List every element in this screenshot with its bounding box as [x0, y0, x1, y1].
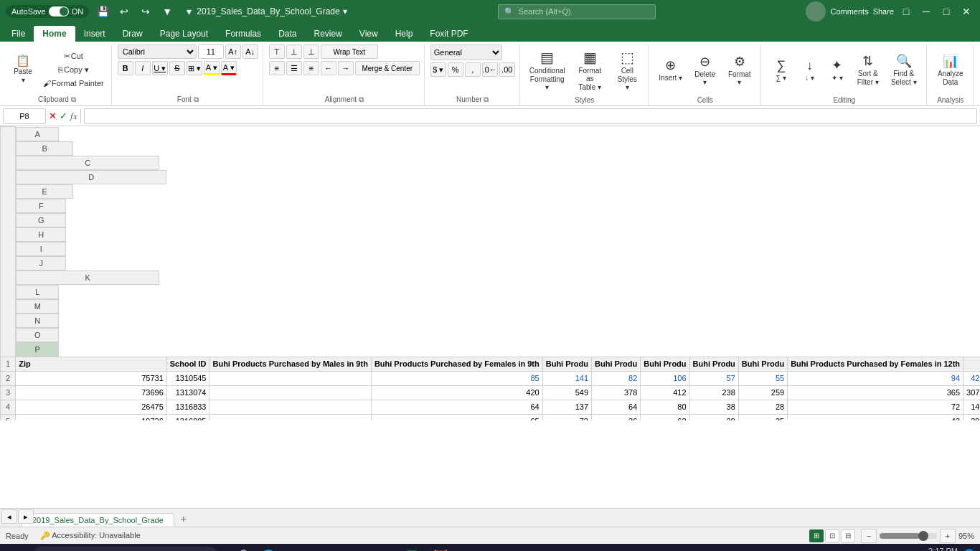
delete-cells-button[interactable]: ⊖ Delete ▾: [689, 51, 722, 89]
font-size-decrease-button[interactable]: A↓: [242, 44, 258, 59]
col-header-k[interactable]: K: [16, 270, 159, 285]
clear-button[interactable]: ✦ ✦ ▾: [824, 55, 850, 85]
sheet-scroll-left-button[interactable]: ◂: [1, 509, 17, 524]
taskbar-store-icon[interactable]: 🛍: [284, 544, 310, 551]
sheet-tab-active[interactable]: 2019_Sales_Data_By_School_Grade: [22, 513, 174, 527]
cell-g2[interactable]: 106: [641, 371, 689, 385]
col-header-g[interactable]: G: [16, 213, 66, 227]
cell-d1[interactable]: Buhi Products Purchased by Females in 9t…: [371, 357, 542, 371]
cell-e4[interactable]: 137: [542, 400, 591, 414]
font-dialog-button[interactable]: ⧉: [194, 95, 199, 103]
cell-i5[interactable]: 35: [738, 414, 787, 420]
page-break-view-button[interactable]: ⊟: [841, 529, 855, 542]
undo-button[interactable]: ↩: [116, 4, 132, 19]
border-button[interactable]: ⊞ ▾: [187, 61, 202, 75]
cell-c2[interactable]: [209, 371, 371, 385]
cell-k2[interactable]: 42: [963, 371, 980, 385]
number-format-select[interactable]: General Number Currency Percentage Date: [430, 44, 502, 60]
align-right-button[interactable]: ≡: [303, 61, 319, 75]
formula-confirm-icon[interactable]: ✓: [60, 110, 67, 122]
font-size-input[interactable]: [198, 44, 224, 59]
cell-e2[interactable]: 141: [542, 371, 591, 385]
cell-c4[interactable]: [209, 400, 371, 414]
font-size-increase-button[interactable]: A↑: [225, 44, 241, 59]
taskbar-maps-icon[interactable]: 🗺: [341, 544, 367, 551]
cell-k4[interactable]: 14: [963, 400, 980, 414]
comma-button[interactable]: ,: [465, 62, 481, 77]
cell-f1[interactable]: Buhi Produ: [592, 357, 641, 371]
dollar-button[interactable]: $ ▾: [430, 62, 446, 77]
align-center-button[interactable]: ☰: [286, 61, 302, 75]
cell-b5[interactable]: 1316885: [166, 414, 209, 420]
col-header-n[interactable]: N: [16, 314, 59, 328]
col-header-a[interactable]: A: [16, 127, 59, 141]
tab-view[interactable]: View: [351, 26, 387, 42]
cell-b3[interactable]: 1313074: [166, 385, 209, 400]
outdent-button[interactable]: ←: [321, 61, 336, 75]
tab-help[interactable]: Help: [387, 26, 422, 42]
tab-insert[interactable]: Insert: [75, 26, 114, 42]
conditional-formatting-button[interactable]: ▤ Conditional Formatting ▾: [526, 46, 569, 94]
cell-f5[interactable]: 36: [592, 414, 641, 420]
cell-h2[interactable]: 57: [689, 371, 738, 385]
ribbon-display-button[interactable]: □: [898, 4, 914, 19]
autosave-options-button[interactable]: ▼: [159, 4, 175, 19]
share-button[interactable]: Share: [873, 7, 894, 16]
merge-center-button[interactable]: Merge & Center: [355, 61, 420, 75]
cell-f4[interactable]: 64: [592, 400, 641, 414]
col-header-b[interactable]: B: [16, 141, 73, 156]
normal-view-button[interactable]: ⊞: [809, 529, 824, 542]
alignment-dialog-button[interactable]: ⧉: [359, 95, 364, 103]
decimal-decrease-button[interactable]: .00: [499, 62, 515, 77]
underline-button[interactable]: U ▾: [152, 61, 168, 75]
tab-data[interactable]: Data: [270, 26, 305, 42]
col-header-m[interactable]: M: [16, 299, 59, 314]
cell-g1[interactable]: Buhi Produ: [641, 357, 689, 371]
auto-sum-button[interactable]: ∑ ∑ ▾: [767, 55, 796, 85]
fill-button[interactable]: ↓ ↓ ▾: [797, 55, 823, 85]
clipboard-dialog-button[interactable]: ⧉: [71, 95, 76, 103]
col-header-l[interactable]: L: [16, 285, 59, 299]
zoom-thumb[interactable]: [918, 531, 928, 541]
align-left-button[interactable]: ≡: [269, 61, 285, 75]
font-color-button[interactable]: A ▾: [221, 61, 237, 75]
cell-f2[interactable]: 82: [592, 371, 641, 385]
cell-j2[interactable]: 94: [788, 371, 963, 385]
redo-button[interactable]: ↪: [138, 4, 154, 19]
col-header-j[interactable]: J: [16, 256, 66, 270]
strikethrough-button[interactable]: S: [169, 61, 185, 75]
cell-i4[interactable]: 28: [738, 400, 787, 414]
formula-cancel-icon[interactable]: ✕: [49, 110, 57, 122]
taskbar-photo-icon[interactable]: 📷: [370, 544, 396, 551]
taskbar-excel-icon[interactable]: X: [399, 544, 425, 551]
mid-align-button[interactable]: ⊥: [286, 44, 302, 59]
cell-g4[interactable]: 80: [641, 400, 689, 414]
col-header-o[interactable]: O: [16, 328, 59, 342]
col-header-f[interactable]: F: [16, 199, 66, 213]
paste-button[interactable]: 📋 Paste ▾: [7, 52, 39, 87]
cell-f3[interactable]: 378: [592, 385, 641, 400]
maximize-button[interactable]: □: [938, 4, 954, 19]
cell-e5[interactable]: 72: [542, 414, 591, 420]
cell-a5[interactable]: 19736: [16, 414, 167, 420]
cell-g3[interactable]: 412: [641, 385, 689, 400]
cell-k3[interactable]: 307: [963, 385, 980, 400]
cell-a4[interactable]: 26475: [16, 400, 167, 414]
fill-color-button[interactable]: A ▾: [204, 61, 220, 75]
close-button[interactable]: ✕: [958, 4, 974, 19]
profile-avatar[interactable]: [806, 1, 826, 22]
start-button[interactable]: ⊞: [3, 544, 29, 551]
tab-page-layout[interactable]: Page Layout: [151, 26, 217, 42]
bold-button[interactable]: B: [118, 61, 133, 75]
formula-insert-icon[interactable]: 𝑓𝑥: [70, 110, 77, 122]
zoom-in-button[interactable]: +: [940, 529, 956, 543]
format-cells-button[interactable]: ⚙ Format ▾: [723, 51, 756, 89]
search-input[interactable]: [519, 7, 641, 16]
cell-b1[interactable]: School ID: [166, 357, 209, 371]
grid-scroll-area[interactable]: A B C D E F G H I J K L M N O P: [0, 126, 980, 420]
cell-reference-box[interactable]: [3, 108, 46, 124]
cell-h5[interactable]: 29: [689, 414, 738, 420]
sort-filter-button[interactable]: ⇅ Sort & Filter ▾: [852, 50, 885, 89]
cell-a1[interactable]: Zip: [16, 357, 167, 371]
analyze-data-button[interactable]: 📊 Analyze Data: [933, 50, 969, 89]
